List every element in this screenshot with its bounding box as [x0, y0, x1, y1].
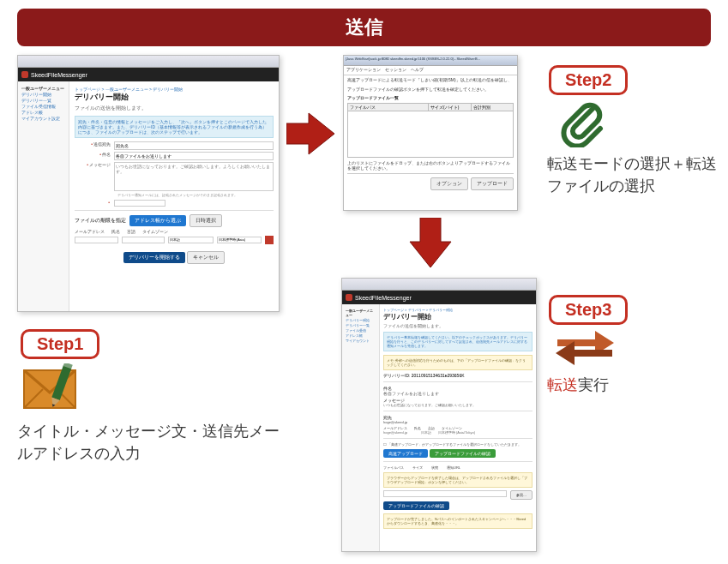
- col-lang: 言語: [127, 229, 135, 234]
- menu-bar[interactable]: アプリケーション セッション ヘルプ: [344, 66, 517, 75]
- file-input[interactable]: [383, 490, 507, 497]
- address-book-button[interactable]: アドレス帳から選ぶ: [129, 215, 186, 226]
- step3-label: Step3: [549, 295, 628, 325]
- mail-pencil-icon: [22, 363, 96, 415]
- step2-description: 転送モードの選択＋転送ファイルの選択: [547, 153, 719, 197]
- sidebar-item[interactable]: デリバリー開始: [21, 92, 65, 97]
- sidebar-item[interactable]: デリバリー一覧: [21, 98, 65, 103]
- confirm-upload-button-2[interactable]: アップロードファイルの確認: [383, 501, 449, 510]
- sidebar-item[interactable]: ファイル受信: [346, 328, 376, 333]
- checkbox-label[interactable]: ☐ 「高速アップロード」がアップロードするファイルを選択ロードをしていただきます…: [383, 442, 532, 447]
- delivery-id-label: デリバリーID:: [383, 373, 410, 378]
- window-titlebar: [Java WebStart]sock.jp:8080 skeedfm.skee…: [344, 56, 517, 66]
- file-list-box[interactable]: [347, 111, 514, 158]
- val-tz: 日本標準時 (Asia/Tokyo): [438, 430, 475, 435]
- step1-label: Step1: [21, 329, 99, 359]
- col-tz: タイムゾーン: [142, 229, 168, 234]
- screenshot-step1: SkeedFileMessenger 一般ユーザーメニュー デリバリー開始 デリ…: [17, 55, 280, 312]
- drop-hint: 上のリストにファイルをドロップ、または右のボタンよりアップロードするファイルを選…: [347, 160, 514, 171]
- arrow-down-icon: [408, 218, 453, 267]
- step3-desc-red: 転送: [547, 376, 578, 393]
- upload-button[interactable]: アップロード: [471, 177, 514, 190]
- cancel-button[interactable]: キャンセル: [187, 251, 225, 264]
- step1-description: タイトル・メッセージ文・送信先メールアドレスの入力: [17, 420, 292, 465]
- confirm-upload-button[interactable]: アップロードファイルの確認: [430, 449, 496, 458]
- warn-notice-3: アップロードが完了しました。Nパスへのインポートされたスキャンページへ・・・Sk…: [383, 513, 532, 529]
- start-delivery-button[interactable]: デリバリーを開始する: [123, 252, 185, 263]
- sidebar-item[interactable]: アドレス帳: [346, 333, 376, 338]
- tz-select[interactable]: 日本標準時 (Asia): [217, 237, 262, 243]
- email-input[interactable]: [75, 237, 118, 243]
- page-title: 送信: [346, 15, 383, 40]
- app-logo-icon: [21, 71, 28, 78]
- app-header: SkeedFileMessenger: [18, 68, 279, 81]
- browse-button[interactable]: 参照…: [510, 490, 532, 500]
- subject-input[interactable]: 各自ファイルをお送りします: [114, 152, 274, 160]
- window-titlebar: [18, 56, 279, 68]
- subject-label: 件名: [75, 152, 114, 157]
- app-name: SkeedFileMessenger: [31, 72, 87, 78]
- dest-label: 送信宛先: [75, 141, 114, 147]
- remove-row-button[interactable]: [265, 236, 274, 244]
- col-url: 通知URL: [447, 465, 460, 470]
- sidebar-item[interactable]: ファイル受信情報: [21, 104, 65, 109]
- val-email: hoge@skeed.jp: [383, 430, 407, 435]
- step3-description: 転送実行: [547, 374, 701, 396]
- instructions-line2: アップロードファイルの確認ボタンを押下して転送を確定してください。: [344, 85, 517, 94]
- screenshot-step2: [Java WebStart]sock.jp:8080 skeedfm.skee…: [343, 55, 518, 211]
- list-title: アップロードファイル一覧: [344, 93, 517, 103]
- instructions-line1: 高速アップロードによる転送モード「しきい値(初期:5M)」以上の転送の信を確認し…: [344, 75, 517, 85]
- sidebar-item[interactable]: デリバリー開始: [346, 318, 376, 322]
- col-check: 合計判別: [472, 104, 514, 111]
- paperclip-icon: [559, 99, 607, 147]
- page-subheading: ファイルの送信を開始します。: [75, 105, 274, 112]
- col-path: ファイルパス: [348, 104, 429, 111]
- message-label: メッセージ: [75, 162, 114, 167]
- subject-value: 各自ファイルをお送りします: [383, 391, 532, 396]
- sidebar-item[interactable]: デリバリー一覧: [346, 323, 376, 327]
- sidebar-item[interactable]: マイアカウント: [346, 339, 376, 343]
- col-name: 氏名: [414, 426, 421, 430]
- deadline-label: [75, 200, 114, 205]
- file-list-header: ファイルパス サイズ(バイト) 合計判別: [347, 103, 514, 111]
- sidebar-item[interactable]: マイアカウント設定: [21, 116, 65, 121]
- sidebar-item[interactable]: アドレス帳: [21, 110, 65, 115]
- info-notice: デリバリー基本情報を確認してください。以下のチェックボックスがあります。デリバリ…: [383, 332, 532, 351]
- val-lang: 日本語: [421, 430, 431, 435]
- sidebar-header: 一般ユーザーメニュー: [21, 86, 65, 91]
- dest-value: hoge@skeed.jp: [383, 420, 532, 424]
- name-input[interactable]: [122, 237, 165, 243]
- col-size: サイズ(バイト): [429, 104, 472, 111]
- col-name: 氏名: [111, 229, 120, 234]
- col-email: メールアドレス: [75, 229, 105, 234]
- step2-label: Step2: [549, 65, 628, 95]
- diagram-canvas: SkeedFileMessenger 一般ユーザーメニュー デリバリー開始 デリ…: [0, 53, 728, 564]
- message-value: いつもお世話になっております。ご確認お願いいたします。: [383, 403, 532, 407]
- sidebar: 一般ユーザーメニュー デリバリー開始 デリバリー一覧 ファイル受信情報 アドレス…: [18, 81, 69, 311]
- dest-input[interactable]: 宛先名: [114, 141, 274, 150]
- transfer-arrows-icon: [554, 327, 616, 369]
- app-header: SkeedFileMessenger: [342, 291, 536, 304]
- app-name: SkeedFileMessenger: [355, 295, 412, 301]
- col-state: 状態: [431, 465, 438, 470]
- col-size: サイズ: [412, 465, 423, 470]
- screenshot-step3: SkeedFileMessenger 一般ユーザーメニュー デリバリー開始 デリ…: [341, 278, 537, 552]
- window-titlebar: [342, 279, 536, 291]
- high-speed-upload-button[interactable]: 高速アップロード: [383, 449, 428, 458]
- message-textarea[interactable]: いつもお世話になっております。ご確認お願いします。よろしくお願いいたします。: [114, 162, 274, 191]
- datetime-button[interactable]: 日時選択: [190, 214, 222, 227]
- warn-notice: メモ: 外部への送信対応を行うためのものは、下の「アップロードファイルの確認」を…: [383, 355, 532, 370]
- step3-desc-rest: 実行: [578, 376, 609, 393]
- sidebar-header: 一般ユーザーメニュー: [346, 309, 376, 317]
- deadline-input[interactable]: [114, 200, 165, 207]
- page-heading: デリバリー開始: [383, 312, 532, 321]
- page-subheading: ファイルの送信を開始します。: [383, 323, 532, 328]
- info-notice: 宛先・件名・任意の情報とメッセージをご入力し、「次へ」ボタンを押すとこのページで…: [75, 116, 274, 138]
- app-logo-icon: [346, 294, 352, 301]
- lang-select[interactable]: 日本語: [168, 237, 214, 243]
- sidebar: 一般ユーザーメニュー デリバリー開始 デリバリー一覧 ファイル受信 アドレス帳 …: [342, 304, 380, 551]
- options-button[interactable]: オプション: [430, 177, 468, 190]
- arrow-right-icon: [286, 111, 334, 156]
- message-hint: デリバリー通知メールには、記載されたメッセージがそのまま記載されます。: [117, 193, 274, 197]
- delivery-id-value: 20110915134631e293656K: [412, 373, 465, 378]
